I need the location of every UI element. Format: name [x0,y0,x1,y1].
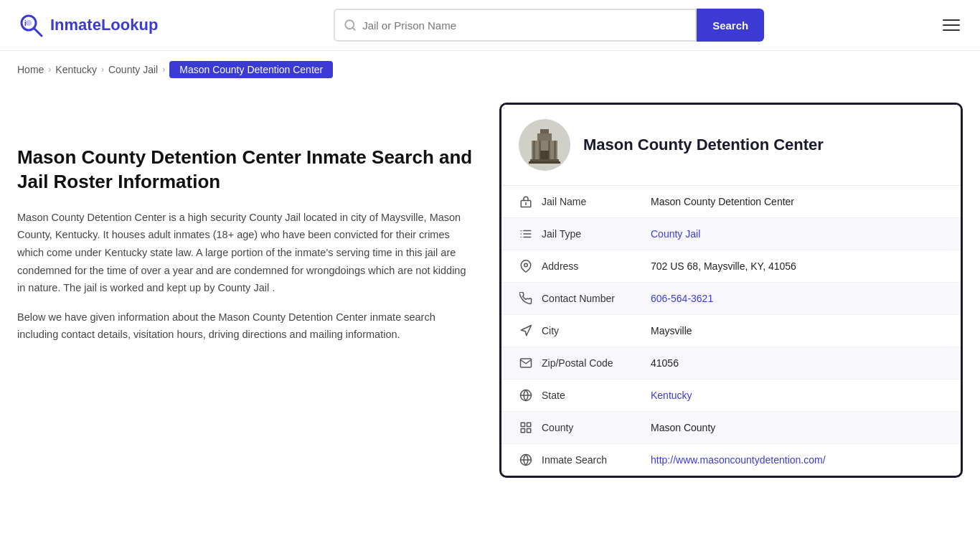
search-globe-icon [516,453,536,466]
row-value: 702 US 68, Maysville, KY, 41056 [651,260,946,272]
right-column: Mason County Detention Center Jail NameM… [499,103,963,478]
row-label: County [536,422,651,433]
svg-rect-30 [527,423,531,426]
row-value-link[interactable]: County Jail [651,228,700,240]
row-label: Jail Type [536,228,651,240]
breadcrumb: Home › Kentucky › County Jail › Mason Co… [0,51,980,88]
info-row: Jail NameMason County Detention Center [501,186,961,218]
hamburger-line-1 [943,19,960,21]
left-column: Mason County Detention Center Inmate Sea… [17,103,476,478]
city-icon [516,324,536,337]
row-value: Mason County [651,422,946,433]
breadcrumb-kentucky[interactable]: Kentucky [55,64,97,75]
svg-line-5 [353,27,355,29]
card-facility-name: Mason County Detention Center [583,136,824,154]
svg-rect-14 [540,151,549,159]
logo-icon: i [17,11,44,39]
info-row: Address702 US 68, Maysville, KY, 41056 [501,250,961,283]
row-label: State [536,390,651,401]
row-value[interactable]: http://www.masoncountydetention.com/ [651,454,946,466]
row-label: Contact Number [536,293,651,304]
page-title: Mason County Detention Center Inmate Sea… [17,146,476,194]
row-value: 41056 [651,357,946,369]
svg-marker-26 [521,326,531,336]
row-label: Address [536,260,651,272]
search-icon [344,19,357,32]
svg-rect-16 [529,161,560,164]
hamburger-line-2 [943,24,960,26]
description-1: Mason County Detention Center is a high … [17,209,476,297]
svg-rect-15 [530,159,559,161]
breadcrumb-home[interactable]: Home [17,64,44,75]
search-area: Search [334,9,764,42]
svg-point-2 [26,20,32,26]
row-value[interactable]: County Jail [651,228,946,240]
breadcrumb-sep-3: › [162,65,165,75]
info-row: Jail TypeCounty Jail [501,218,961,250]
phone-icon [516,292,536,305]
logo-text: InmateLookup [50,16,158,34]
info-row: Contact Number606-564-3621 [501,283,961,315]
svg-rect-13 [554,141,556,159]
info-row: CountyMason County [501,412,961,444]
svg-rect-29 [521,423,524,426]
breadcrumb-county-jail[interactable]: County Jail [108,64,158,75]
row-value: Mason County Detention Center [651,196,946,207]
list-icon [516,227,536,240]
globe-icon [516,389,536,402]
row-value-link[interactable]: 606-564-3621 [651,293,713,304]
info-row: Inmate Searchhttp://www.masoncountydeten… [501,444,961,476]
building-illustration [519,119,570,171]
site-header: i InmateLookup Search [0,0,980,51]
svg-rect-32 [521,429,524,433]
search-input[interactable] [362,19,687,32]
breadcrumb-sep-1: › [48,65,51,75]
logo-link[interactable]: i InmateLookup [17,11,158,39]
svg-rect-8 [537,133,552,141]
search-wrapper [334,9,697,42]
svg-point-25 [524,263,528,267]
svg-rect-9 [540,129,549,133]
card-header: Mason County Detention Center [501,105,961,186]
info-rows: Jail NameMason County Detention CenterJa… [501,186,961,476]
mail-icon [516,357,536,369]
main-content: Mason County Detention Center Inmate Sea… [0,88,980,507]
jail-icon [516,195,536,208]
row-value-link[interactable]: Kentucky [651,390,692,401]
row-value[interactable]: Kentucky [651,390,946,401]
svg-text:i: i [24,19,27,27]
facility-image [519,119,570,171]
row-value[interactable]: 606-564-3621 [651,293,946,304]
hamburger-line-3 [943,29,960,31]
county-icon [516,421,536,434]
info-card: Mason County Detention Center Jail NameM… [499,103,963,478]
description-2: Below we have given information about th… [17,309,476,344]
menu-button[interactable] [940,17,963,34]
search-button[interactable]: Search [697,9,764,42]
row-value-link[interactable]: http://www.masoncountydetention.com/ [651,454,826,466]
breadcrumb-current: Mason County Detention Center [169,61,333,78]
row-value: Maysville [651,325,946,336]
row-label: Zip/Postal Code [536,357,651,369]
row-label: Jail Name [536,196,651,207]
svg-rect-31 [527,429,531,433]
location-icon [516,260,536,273]
info-row: Zip/Postal Code41056 [501,347,961,380]
info-row: CityMaysville [501,315,961,347]
info-row: StateKentucky [501,380,961,412]
breadcrumb-sep-2: › [101,65,104,75]
row-label: Inmate Search [536,454,651,466]
svg-line-1 [34,28,42,36]
row-label: City [536,325,651,336]
svg-rect-10 [533,141,535,159]
